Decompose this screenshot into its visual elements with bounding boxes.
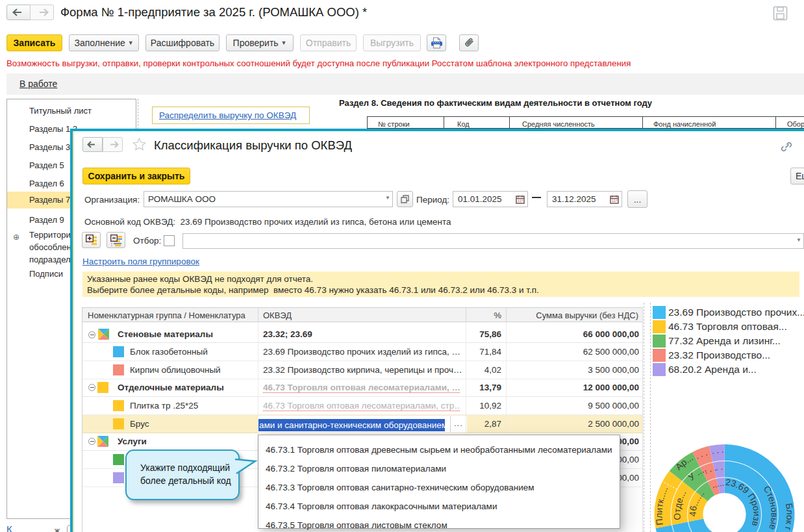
svg-text:. . .: . . . [710,445,723,456]
